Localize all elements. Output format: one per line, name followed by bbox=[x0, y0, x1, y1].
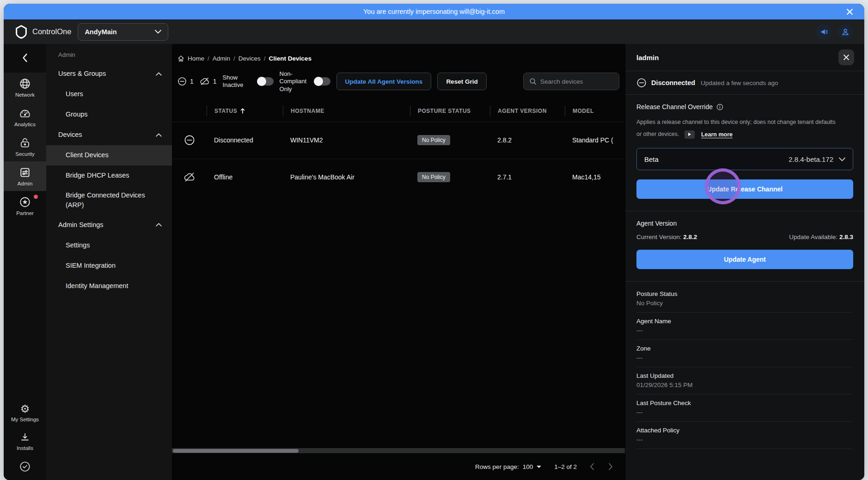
brand-logo: ControlOne bbox=[15, 25, 71, 39]
sidebar-item-identity-management[interactable]: Identity Management bbox=[46, 276, 172, 296]
account-button[interactable] bbox=[837, 24, 853, 40]
sidebar-title: Admin bbox=[46, 51, 172, 58]
chevron-down-icon bbox=[839, 157, 845, 161]
tenant-selector[interactable]: AndyMain bbox=[78, 23, 168, 41]
announcements-button[interactable] bbox=[816, 24, 832, 40]
search-devices-input[interactable] bbox=[540, 78, 613, 85]
rail-item-partner[interactable]: Partner bbox=[4, 191, 46, 221]
posture-badge: No Policy bbox=[417, 172, 450, 182]
rail-label: Network bbox=[15, 92, 35, 98]
detail-zone: Zone --- bbox=[636, 340, 853, 367]
star-circle-icon bbox=[19, 196, 31, 208]
brand-name: ControlOne bbox=[32, 27, 71, 36]
sidebar-item-groups[interactable]: Groups bbox=[46, 105, 172, 125]
current-version-label: Current Version: bbox=[636, 234, 682, 240]
close-icon[interactable] bbox=[845, 7, 854, 16]
update-all-agent-versions-button[interactable]: Update All Agent Versions bbox=[336, 73, 432, 90]
sidebar-item-label: Bridge Connected Devices (ARP) bbox=[66, 191, 158, 210]
column-header-model[interactable]: MODEL bbox=[565, 105, 625, 117]
rail-item-installs[interactable]: Installs bbox=[4, 427, 46, 455]
detail-last-updated: Last Updated 01/29/2026 5:15 PM bbox=[636, 367, 853, 394]
impersonation-text: You are currently impersonating will@big… bbox=[363, 8, 505, 15]
search-icon bbox=[529, 78, 537, 85]
main-content: Home / Admin / Devices / Client Devices … bbox=[172, 44, 625, 480]
column-header-status[interactable]: STATUS bbox=[207, 105, 283, 117]
icon-rail: Network Analytics Security bbox=[4, 44, 46, 480]
sort-arrow-up-icon bbox=[240, 108, 245, 114]
column-header-hostname[interactable]: HOSTNAME bbox=[283, 105, 410, 117]
sidebar-item-settings[interactable]: Settings bbox=[46, 235, 172, 255]
play-video-button[interactable] bbox=[685, 130, 695, 139]
detail-value: --- bbox=[636, 436, 853, 443]
release-channel-title: Release Channel Override bbox=[636, 103, 713, 111]
detail-value: No Policy bbox=[636, 300, 853, 307]
breadcrumb-admin[interactable]: Admin bbox=[213, 55, 230, 62]
detail-agent-name: Agent Name --- bbox=[636, 313, 853, 340]
chevron-up-icon bbox=[156, 223, 162, 227]
detail-label: Last Posture Check bbox=[636, 400, 853, 406]
chevron-up-icon bbox=[156, 72, 162, 76]
update-available-label: Update Available: bbox=[789, 234, 837, 240]
hostname-cell: WIN11VM2 bbox=[283, 136, 410, 144]
offline-count: 1 bbox=[200, 77, 217, 86]
non-compliant-toggle[interactable] bbox=[314, 77, 330, 86]
scrollbar-thumb[interactable] bbox=[173, 449, 299, 453]
controlone-logo-icon bbox=[15, 25, 28, 39]
sidebar-item-label: Users & Groups bbox=[58, 69, 106, 79]
sidebar-item-client-devices[interactable]: Client Devices bbox=[46, 145, 172, 166]
rail-item-my-settings[interactable]: ⚙ My Settings bbox=[4, 398, 46, 427]
table-row[interactable]: Offline Pauline's MacBook Air No Policy … bbox=[172, 159, 625, 196]
next-page-button[interactable] bbox=[608, 463, 613, 470]
agent-version-cell: 2.8.2 bbox=[490, 136, 565, 144]
table-row[interactable]: Disconnected WIN11VM2 No Policy 2.8.2 St… bbox=[172, 122, 625, 159]
update-available-value: 2.8.3 bbox=[839, 234, 853, 240]
rail-label: Installs bbox=[17, 445, 33, 451]
reset-grid-button[interactable]: Reset Grid bbox=[437, 73, 486, 90]
rail-item-security[interactable]: Security bbox=[4, 132, 46, 161]
sidebar-item-admin-settings[interactable]: Admin Settings bbox=[46, 215, 172, 235]
breadcrumb-home[interactable]: Home bbox=[188, 55, 204, 62]
column-header-posture-status[interactable]: POSTURE STATUS bbox=[410, 105, 490, 117]
rows-per-page-select[interactable]: Rows per page: 100 bbox=[475, 463, 541, 470]
breadcrumb-devices[interactable]: Devices bbox=[238, 55, 261, 62]
collapse-sidebar-button[interactable] bbox=[4, 47, 46, 69]
status-check-button[interactable] bbox=[4, 455, 46, 480]
sidebar-item-users-groups[interactable]: Users & Groups bbox=[46, 64, 172, 84]
gear-icon: ⚙ bbox=[20, 403, 30, 414]
show-inactive-toggle[interactable] bbox=[257, 77, 274, 86]
release-channel-select[interactable]: Beta 2.8.4-beta.172 bbox=[636, 148, 853, 170]
detail-posture-status: Posture Status No Policy bbox=[636, 285, 853, 313]
current-version: Current Version: 2.8.2 bbox=[636, 234, 697, 240]
detail-label: Attached Policy bbox=[636, 427, 853, 434]
column-header-agent-version[interactable]: AGENT VERSION bbox=[490, 105, 565, 117]
offline-count-value: 1 bbox=[213, 78, 217, 85]
release-channel-desc-line1: Applies a release channel to this device… bbox=[636, 119, 836, 125]
show-inactive-label: Show Inactive bbox=[223, 74, 253, 89]
update-release-channel-button[interactable]: Update Release Channel bbox=[636, 179, 853, 199]
person-icon bbox=[841, 28, 850, 36]
close-panel-button[interactable] bbox=[838, 49, 854, 65]
sidebar-item-label: Admin Settings bbox=[58, 220, 104, 230]
pagination-range: 1–2 of 2 bbox=[554, 463, 577, 470]
previous-page-button[interactable] bbox=[590, 463, 594, 470]
minus-circle-icon bbox=[172, 135, 207, 146]
release-channel-section: Release Channel Override Applies a relea… bbox=[625, 95, 864, 211]
sidebar-item-devices[interactable]: Devices bbox=[46, 125, 172, 145]
rail-item-analytics[interactable]: Analytics bbox=[4, 102, 46, 132]
detail-label: Zone bbox=[636, 345, 853, 352]
sidebar-item-bridge-dhcp-leases[interactable]: Bridge DHCP Leases bbox=[46, 166, 172, 186]
rail-item-network[interactable]: Network bbox=[4, 73, 46, 102]
device-detail-panel: ladmin Disconnected Updated a few second… bbox=[625, 44, 864, 480]
sidebar-item-siem-integration[interactable]: SIEM Integration bbox=[46, 255, 172, 276]
notification-dot bbox=[34, 195, 38, 199]
sidebar-item-bridge-connected-devices[interactable]: Bridge Connected Devices (ARP) bbox=[46, 186, 172, 215]
top-bar: ControlOne AndyMain bbox=[4, 19, 864, 44]
rail-item-admin[interactable]: Admin bbox=[4, 161, 46, 191]
search-devices-box[interactable] bbox=[523, 73, 619, 90]
sidebar-item-users[interactable]: Users bbox=[46, 84, 172, 105]
status-cell: Offline bbox=[207, 173, 283, 181]
update-agent-button[interactable]: Update Agent bbox=[636, 250, 853, 269]
info-icon[interactable] bbox=[716, 104, 723, 111]
horizontal-scrollbar[interactable] bbox=[172, 448, 625, 453]
learn-more-link[interactable]: Learn more bbox=[701, 129, 733, 141]
